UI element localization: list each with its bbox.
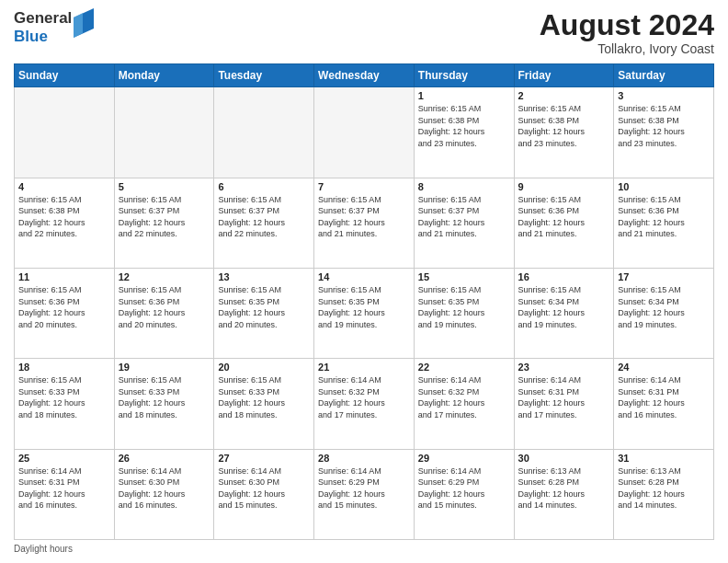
day-number: 27: [218, 453, 310, 464]
day-number: 24: [618, 362, 710, 373]
calendar-week-row: 11Sunrise: 6:15 AM Sunset: 6:36 PM Dayli…: [15, 268, 714, 358]
day-info: Sunrise: 6:15 AM Sunset: 6:37 PM Dayligh…: [218, 194, 310, 240]
table-row: 19Sunrise: 6:15 AM Sunset: 6:33 PM Dayli…: [114, 359, 214, 449]
day-number: 12: [119, 271, 210, 282]
day-info: Sunrise: 6:14 AM Sunset: 6:29 PM Dayligh…: [418, 465, 510, 511]
logo-wave-icon: [74, 8, 94, 43]
day-info: Sunrise: 6:15 AM Sunset: 6:35 PM Dayligh…: [218, 284, 310, 330]
day-number: 19: [119, 362, 210, 373]
day-number: 18: [18, 362, 110, 373]
day-info: Sunrise: 6:14 AM Sunset: 6:29 PM Dayligh…: [318, 465, 410, 511]
day-number: 20: [218, 362, 310, 373]
day-number: 30: [518, 453, 610, 464]
day-number: 14: [318, 271, 410, 282]
table-row: 10Sunrise: 6:15 AM Sunset: 6:36 PM Dayli…: [614, 178, 714, 268]
table-row: 6Sunrise: 6:15 AM Sunset: 6:37 PM Daylig…: [214, 178, 314, 268]
page: General Blue August 2024 Tollakro, Ivory…: [0, 0, 728, 563]
logo-general: General: [14, 9, 72, 28]
table-row: 11Sunrise: 6:15 AM Sunset: 6:36 PM Dayli…: [15, 268, 115, 358]
table-row: 28Sunrise: 6:14 AM Sunset: 6:29 PM Dayli…: [314, 449, 415, 539]
location: Tollakro, Ivory Coast: [540, 41, 714, 56]
day-info: Sunrise: 6:14 AM Sunset: 6:31 PM Dayligh…: [518, 374, 610, 420]
calendar-week-row: 4Sunrise: 6:15 AM Sunset: 6:38 PM Daylig…: [15, 178, 714, 268]
footer: Daylight hours: [14, 544, 714, 554]
title-block: August 2024 Tollakro, Ivory Coast: [540, 9, 714, 56]
day-info: Sunrise: 6:15 AM Sunset: 6:38 PM Dayligh…: [18, 194, 110, 240]
day-info: Sunrise: 6:14 AM Sunset: 6:32 PM Dayligh…: [318, 374, 410, 420]
day-info: Sunrise: 6:15 AM Sunset: 6:35 PM Dayligh…: [418, 284, 510, 330]
logo: General Blue: [14, 9, 94, 45]
col-monday: Monday: [114, 64, 214, 87]
day-number: 25: [18, 453, 110, 464]
table-row: 9Sunrise: 6:15 AM Sunset: 6:36 PM Daylig…: [514, 178, 614, 268]
day-info: Sunrise: 6:15 AM Sunset: 6:36 PM Dayligh…: [119, 284, 210, 330]
day-number: 23: [518, 362, 610, 373]
table-row: [314, 87, 415, 178]
table-row: [114, 87, 214, 178]
table-row: [15, 87, 115, 178]
table-row: 2Sunrise: 6:15 AM Sunset: 6:38 PM Daylig…: [514, 87, 614, 178]
day-info: Sunrise: 6:13 AM Sunset: 6:28 PM Dayligh…: [518, 465, 610, 511]
day-number: 8: [418, 181, 510, 192]
day-number: 22: [418, 362, 510, 373]
table-row: 14Sunrise: 6:15 AM Sunset: 6:35 PM Dayli…: [314, 268, 415, 358]
day-info: Sunrise: 6:15 AM Sunset: 6:33 PM Dayligh…: [18, 374, 110, 420]
day-info: Sunrise: 6:13 AM Sunset: 6:28 PM Dayligh…: [618, 465, 710, 511]
footer-label: Daylight hours: [14, 544, 73, 554]
day-number: 26: [119, 453, 210, 464]
table-row: 20Sunrise: 6:15 AM Sunset: 6:33 PM Dayli…: [214, 359, 314, 449]
day-info: Sunrise: 6:15 AM Sunset: 6:36 PM Dayligh…: [18, 284, 110, 330]
day-number: 2: [518, 90, 610, 101]
col-friday: Friday: [514, 64, 614, 87]
day-info: Sunrise: 6:15 AM Sunset: 6:36 PM Dayligh…: [518, 194, 610, 240]
month-title: August 2024: [540, 9, 714, 41]
day-number: 28: [318, 453, 410, 464]
day-info: Sunrise: 6:14 AM Sunset: 6:30 PM Dayligh…: [119, 465, 210, 511]
day-number: 7: [318, 181, 410, 192]
day-info: Sunrise: 6:15 AM Sunset: 6:34 PM Dayligh…: [618, 284, 710, 330]
calendar-table: Sunday Monday Tuesday Wednesday Thursday…: [14, 63, 714, 540]
calendar-week-row: 25Sunrise: 6:14 AM Sunset: 6:31 PM Dayli…: [15, 449, 714, 539]
table-row: 4Sunrise: 6:15 AM Sunset: 6:38 PM Daylig…: [15, 178, 115, 268]
table-row: 7Sunrise: 6:15 AM Sunset: 6:37 PM Daylig…: [314, 178, 415, 268]
col-saturday: Saturday: [614, 64, 714, 87]
table-row: 13Sunrise: 6:15 AM Sunset: 6:35 PM Dayli…: [214, 268, 314, 358]
day-number: 16: [518, 271, 610, 282]
day-number: 31: [618, 453, 710, 464]
table-row: 27Sunrise: 6:14 AM Sunset: 6:30 PM Dayli…: [214, 449, 314, 539]
table-row: 3Sunrise: 6:15 AM Sunset: 6:38 PM Daylig…: [614, 87, 714, 178]
col-thursday: Thursday: [414, 64, 514, 87]
table-row: 17Sunrise: 6:15 AM Sunset: 6:34 PM Dayli…: [614, 268, 714, 358]
table-row: 1Sunrise: 6:15 AM Sunset: 6:38 PM Daylig…: [414, 87, 514, 178]
col-wednesday: Wednesday: [314, 64, 415, 87]
day-info: Sunrise: 6:15 AM Sunset: 6:38 PM Dayligh…: [418, 103, 510, 149]
header: General Blue August 2024 Tollakro, Ivory…: [14, 9, 714, 56]
day-info: Sunrise: 6:14 AM Sunset: 6:30 PM Dayligh…: [218, 465, 310, 511]
logo-blue: Blue: [14, 28, 72, 46]
day-number: 29: [418, 453, 510, 464]
day-number: 5: [119, 181, 210, 192]
day-number: 13: [218, 271, 310, 282]
table-row: 18Sunrise: 6:15 AM Sunset: 6:33 PM Dayli…: [15, 359, 115, 449]
table-row: 22Sunrise: 6:14 AM Sunset: 6:32 PM Dayli…: [414, 359, 514, 449]
table-row: 8Sunrise: 6:15 AM Sunset: 6:37 PM Daylig…: [414, 178, 514, 268]
day-info: Sunrise: 6:15 AM Sunset: 6:37 PM Dayligh…: [119, 194, 210, 240]
day-number: 6: [218, 181, 310, 192]
day-info: Sunrise: 6:15 AM Sunset: 6:38 PM Dayligh…: [618, 103, 710, 149]
table-row: 16Sunrise: 6:15 AM Sunset: 6:34 PM Dayli…: [514, 268, 614, 358]
day-number: 11: [18, 271, 110, 282]
table-row: 31Sunrise: 6:13 AM Sunset: 6:28 PM Dayli…: [614, 449, 714, 539]
day-number: 15: [418, 271, 510, 282]
day-info: Sunrise: 6:14 AM Sunset: 6:31 PM Dayligh…: [18, 465, 110, 511]
table-row: 30Sunrise: 6:13 AM Sunset: 6:28 PM Dayli…: [514, 449, 614, 539]
day-number: 17: [618, 271, 710, 282]
calendar-week-row: 18Sunrise: 6:15 AM Sunset: 6:33 PM Dayli…: [15, 359, 714, 449]
day-number: 3: [618, 90, 710, 101]
table-row: 25Sunrise: 6:14 AM Sunset: 6:31 PM Dayli…: [15, 449, 115, 539]
day-info: Sunrise: 6:15 AM Sunset: 6:35 PM Dayligh…: [318, 284, 410, 330]
calendar-week-row: 1Sunrise: 6:15 AM Sunset: 6:38 PM Daylig…: [15, 87, 714, 178]
day-number: 1: [418, 90, 510, 101]
day-info: Sunrise: 6:15 AM Sunset: 6:38 PM Dayligh…: [518, 103, 610, 149]
col-tuesday: Tuesday: [214, 64, 314, 87]
day-info: Sunrise: 6:15 AM Sunset: 6:33 PM Dayligh…: [119, 374, 210, 420]
